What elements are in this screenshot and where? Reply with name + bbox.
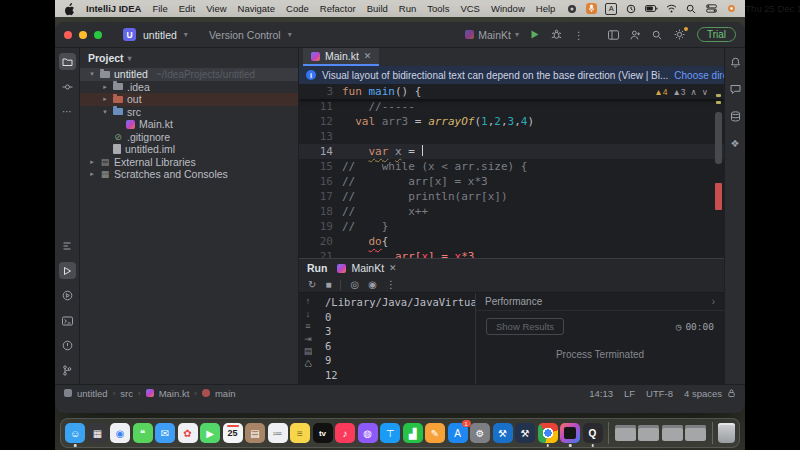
menu-tools[interactable]: Tools — [427, 3, 449, 14]
menu-intellij-idea[interactable]: IntelliJ IDEA — [86, 3, 141, 14]
tree-item-src[interactable]: ▾src — [80, 106, 298, 119]
code-editor[interactable]: ▲4 ▲3 ∧ ∨ 3fun main() { 11 //-----12 val… — [299, 84, 724, 258]
more-tool-windows-icon[interactable]: ⋯ — [59, 103, 76, 120]
dock-reminders-icon[interactable]: ≔ — [268, 423, 288, 443]
dock-tv-icon[interactable]: tv — [313, 423, 333, 443]
run-tool-icon[interactable] — [59, 262, 76, 279]
show-results-button[interactable]: Show Results — [486, 318, 564, 335]
profile-icon[interactable]: ◉ — [368, 279, 377, 290]
notifications-icon[interactable] — [727, 54, 744, 71]
dock-messages-icon[interactable]: ❝ — [133, 423, 153, 443]
tree-chevron-icon[interactable]: ▸ — [88, 158, 96, 166]
tree-chevron-icon[interactable]: ▸ — [88, 170, 96, 178]
dock-intellij-idea-icon[interactable] — [560, 423, 580, 443]
dock-safari-icon[interactable]: ◉ — [110, 423, 130, 443]
run-config-widget[interactable]: MainKt ▾ — [465, 29, 519, 41]
menu-run[interactable]: Run — [399, 3, 416, 14]
time-machine-icon[interactable] — [625, 3, 637, 14]
services-tool-icon[interactable] — [59, 287, 76, 304]
dock-system-settings-icon[interactable]: ⚙ — [470, 423, 490, 443]
search-everywhere-icon[interactable] — [651, 28, 664, 41]
scroll-to-bottom-icon[interactable]: ↓ — [306, 309, 311, 319]
more-options-icon[interactable]: ⋮ — [386, 279, 396, 290]
banner-action-choose-direction[interactable]: Choose direction — [674, 70, 724, 81]
menu-view[interactable]: View — [206, 3, 226, 14]
code-line[interactable]: 20 do{ — [299, 234, 724, 249]
dock-quicktime-icon[interactable]: Q — [583, 423, 603, 443]
collaborate-icon[interactable] — [629, 28, 642, 41]
code-line[interactable]: 17// println(arr[x]) — [299, 189, 724, 204]
next-issue-icon[interactable]: ∨ — [702, 85, 708, 100]
menu-refactor[interactable]: Refactor — [320, 3, 356, 14]
dock-chrome-icon[interactable] — [538, 423, 558, 443]
status-14-13[interactable]: 14:13 — [589, 388, 613, 399]
dock-pages-icon[interactable]: ✎ — [425, 423, 445, 443]
spotlight-icon[interactable] — [685, 3, 697, 14]
code-line[interactable]: 18// x++ — [299, 204, 724, 219]
dock-podcasts-icon[interactable]: ◍ — [358, 423, 378, 443]
stop-icon[interactable]: ■ — [325, 279, 331, 290]
commit-tool-icon[interactable] — [59, 78, 76, 95]
dock-xcode-icon[interactable]: ⚒ — [493, 423, 513, 443]
apple-icon[interactable] — [65, 3, 75, 15]
dock-notes-icon[interactable]: ≡ — [290, 423, 310, 443]
print-icon[interactable]: ▤ — [304, 346, 313, 356]
tree-item--idea[interactable]: ▸.idea — [80, 81, 298, 94]
status-4-spaces[interactable]: 4 spaces — [684, 388, 722, 399]
dock-music-icon[interactable]: ♪ — [335, 423, 355, 443]
code-line[interactable]: 13 — [299, 129, 724, 144]
status-utf-8[interactable]: UTF-8 — [646, 388, 673, 399]
run-tab-mainkt[interactable]: MainKt ✕ — [337, 262, 396, 274]
clear-all-icon[interactable]: ♺ — [304, 359, 312, 369]
soft-wrap-icon[interactable]: ≡ — [305, 321, 310, 331]
menu-build[interactable]: Build — [367, 3, 388, 14]
breadcrumb-main[interactable]: main — [215, 388, 236, 399]
gradle-icon[interactable]: ❖ — [727, 135, 744, 152]
minimize-window-button[interactable] — [79, 31, 87, 39]
scroll-to-top-icon[interactable]: ↑ — [306, 296, 311, 306]
dock-launchpad-icon[interactable]: ▦ — [88, 423, 108, 443]
zoom-window-button[interactable] — [94, 31, 102, 39]
tree-item-untitled[interactable]: ▾untitled~/IdeaProjects/untitled — [80, 68, 298, 81]
record-dot-icon[interactable] — [725, 3, 737, 14]
error-stripe-mark[interactable] — [715, 183, 722, 210]
dock-mail-icon[interactable]: ✉ — [155, 423, 175, 443]
coverage-icon[interactable]: ◎ — [350, 279, 359, 290]
prev-issue-icon[interactable]: ∧ — [691, 85, 697, 100]
dock-numbers-icon[interactable]: ▟ — [403, 423, 423, 443]
breadcrumb-src[interactable]: src — [120, 388, 133, 399]
debug-button[interactable] — [550, 28, 563, 41]
ai-assistant-icon[interactable] — [727, 81, 744, 98]
dock-contacts-icon[interactable]: ▤ — [245, 423, 265, 443]
status-dot-icon[interactable] — [566, 3, 578, 14]
chevron-right-icon[interactable]: › — [712, 296, 715, 307]
close-window-button[interactable] — [64, 31, 72, 39]
menu-help[interactable]: Help — [536, 3, 556, 14]
dock-developer-tool-icon[interactable]: ⚒ — [515, 423, 535, 443]
code-line[interactable]: 19// } — [299, 219, 724, 234]
menu-edit[interactable]: Edit — [179, 3, 195, 14]
input-source-icon[interactable]: A — [605, 3, 617, 15]
scroll-to-end-icon[interactable]: ⇥ — [304, 334, 312, 344]
structure-tool-icon[interactable] — [59, 237, 76, 254]
menu-vcs[interactable]: VCS — [460, 3, 480, 14]
vcs-widget[interactable]: Version Control — [209, 29, 281, 41]
tree-chevron-icon[interactable]: ▸ — [101, 83, 109, 91]
dock-finder-icon[interactable]: ☺ — [65, 423, 85, 443]
tree-chevron-icon[interactable]: ▾ — [88, 70, 96, 78]
tree-item-main-kt[interactable]: Main.kt — [80, 118, 298, 131]
code-line[interactable]: 12 val arr3 = arrayOf(1,2,3,4) — [299, 114, 724, 129]
database-icon[interactable] — [727, 108, 744, 125]
settings-icon[interactable] — [673, 28, 686, 41]
trial-badge[interactable]: Trial — [697, 27, 736, 42]
tree-chevron-icon[interactable]: ▸ — [101, 95, 109, 103]
dock-minimized-window[interactable] — [685, 425, 706, 441]
dock-keynote-icon[interactable]: ⊤ — [380, 423, 400, 443]
close-tab-icon[interactable]: ✕ — [364, 51, 372, 61]
code-line[interactable]: 11 //----- — [299, 99, 724, 114]
dock-minimized-window[interactable] — [638, 425, 659, 441]
lock-icon[interactable] — [727, 388, 736, 398]
control-center-icon[interactable] — [705, 3, 717, 14]
terminal-tool-icon[interactable] — [59, 312, 76, 329]
wifi-icon[interactable] — [665, 3, 677, 14]
